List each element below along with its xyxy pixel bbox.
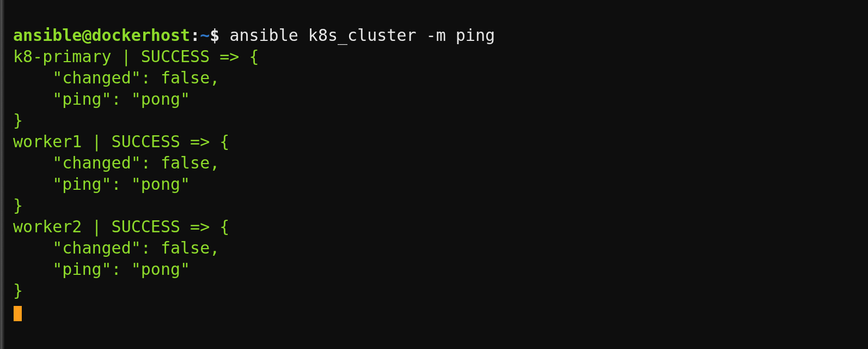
result-0-open: k8-primary | SUCCESS => { xyxy=(13,47,259,66)
result-1-ping: "ping": "pong" xyxy=(13,174,190,194)
terminal-window[interactable]: ansible@dockerhost:~$ ansible k8s_cluste… xyxy=(0,0,868,349)
result-2-ping: "ping": "pong" xyxy=(13,260,190,279)
cursor-block xyxy=(14,306,22,321)
result-1-changed: "changed": false, xyxy=(13,153,219,172)
prompt-symbol: $ xyxy=(210,26,219,45)
result-2-changed: "changed": false, xyxy=(13,238,219,257)
prompt-space xyxy=(219,26,229,45)
result-1-open: worker1 | SUCCESS => { xyxy=(13,132,229,151)
result-0-changed: "changed": false, xyxy=(13,68,219,87)
result-2-close: } xyxy=(13,281,23,300)
command-text: ansible k8s_cluster -m ping xyxy=(229,26,495,45)
window-left-edge xyxy=(1,0,4,349)
prompt-user: ansible xyxy=(13,26,82,45)
result-0-ping: "ping": "pong" xyxy=(13,89,190,109)
result-2-open: worker2 | SUCCESS => { xyxy=(13,217,229,236)
prompt-host: dockerhost xyxy=(92,26,191,45)
prompt-colon: : xyxy=(190,26,200,45)
prompt-cwd: ~ xyxy=(200,26,210,45)
result-1-close: } xyxy=(13,196,23,215)
prompt-at: @ xyxy=(82,26,91,45)
result-0-close: } xyxy=(13,111,23,130)
terminal-content[interactable]: ansible@dockerhost:~$ ansible k8s_cluste… xyxy=(13,3,868,322)
